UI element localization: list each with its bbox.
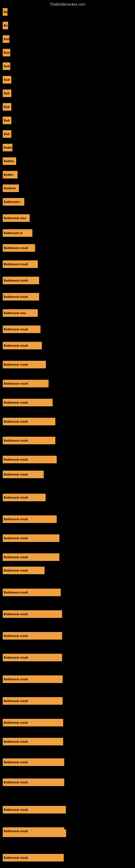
bar-item-1: Bo — [3, 8, 8, 16]
bar-item-24: Bottleneck result — [3, 342, 42, 349]
bar-label-22: Bottleneck resu — [4, 311, 26, 315]
bar-item-38: Bottleneck result — [3, 610, 62, 618]
bar-item-35: Bottleneck result — [3, 553, 59, 561]
bar-label-47: Bottleneck result — [4, 808, 28, 811]
bar-item-47: Bottleneck result — [3, 806, 66, 813]
bar-item-31: Bottleneck result — [3, 471, 44, 478]
bar-item-44: Bottleneck result — [3, 738, 63, 745]
bar-label-34: Bottleneck result — [4, 536, 28, 540]
bar-item-50: Bottleneck result — [3, 827, 64, 835]
site-title: TheBottlenecker.com — [0, 0, 135, 8]
bar-item-36: Bottleneck result — [3, 567, 45, 574]
bar-label-38: Bottleneck result — [4, 613, 28, 616]
bar-label-17: Bottleneck re — [4, 231, 23, 235]
bar-item-28: Bottleneck result — [3, 418, 55, 425]
bar-label-20: Bottleneck result — [4, 279, 28, 282]
bar-item-46: Bottleneck result — [3, 778, 64, 786]
bar-label-12: Bottlen — [4, 159, 14, 163]
bar-item-29: Bottleneck result — [3, 437, 55, 444]
bar-label-41: Bottleneck result — [4, 678, 28, 681]
bar-item-37: Bottleneck result — [3, 589, 61, 596]
bar-label-27: Bottleneck result — [4, 401, 28, 404]
bar-label-39: Bottleneck result — [4, 634, 28, 638]
bar-label-37: Bottleneck result — [4, 591, 28, 594]
bar-item-18: Bottleneck result — [3, 244, 35, 252]
bar-item-27: Bottleneck result — [3, 399, 53, 406]
bar-label-7: Bott — [4, 92, 10, 95]
bar-item-6: Bott — [3, 76, 11, 84]
bar-item-19: Bottleneck result — [3, 260, 38, 268]
bar-label-40: Bottleneck result — [4, 656, 28, 659]
bar-item-32: Bottleneck result — [3, 494, 46, 501]
bar-item-12: Bottlen — [3, 157, 16, 165]
bar-item-41: Bottleneck result — [3, 675, 63, 683]
bar-item-49: Bottleneck result — [3, 854, 64, 862]
bar-label-28: Bottleneck result — [4, 420, 28, 423]
bar-label-43: Bottleneck result — [4, 721, 28, 724]
bar-item-34: Bottleneck result — [3, 534, 59, 542]
bar-item-7: Bott — [3, 90, 11, 97]
bar-label-16: Bottleneck resu — [4, 216, 26, 220]
bar-item-11: Bottle — [3, 144, 12, 151]
bar-item-17: Bottleneck re — [3, 229, 32, 237]
bar-item-16: Bottleneck resu — [3, 214, 30, 222]
bar-item-39: Bottleneck result — [3, 632, 62, 640]
bar-label-45: Bottleneck result — [4, 761, 28, 764]
bar-item-3: Bott — [3, 35, 9, 43]
bar-item-20: Bottleneck result — [3, 277, 39, 284]
bar-label-15: Bottleneck r — [4, 200, 21, 204]
bar-label-26: Bottleneck result — [4, 382, 28, 385]
bar-label-21: Bottleneck result — [4, 295, 28, 299]
bar-label-32: Bottleneck result — [4, 496, 28, 499]
bar-label-42: Bottleneck result — [4, 699, 28, 703]
bar-label-19: Bottleneck result — [4, 262, 28, 266]
bar-label-1: Bo — [4, 10, 8, 13]
bar-label-44: Bottleneck result — [4, 740, 28, 743]
bar-item-2: Bo — [3, 22, 8, 29]
bar-item-26: Bottleneck result — [3, 380, 49, 388]
bar-item-15: Bottleneck r — [3, 198, 24, 206]
bar-item-10: Bott — [3, 130, 11, 138]
bar-item-30: Bottleneck result — [3, 456, 57, 463]
bar-label-5: Bott — [4, 65, 10, 68]
bar-label-6: Bott — [4, 78, 10, 82]
bar-item-45: Bottleneck result — [3, 758, 64, 766]
bar-label-36: Bottleneck result — [4, 569, 28, 572]
bar-item-5: Bott — [3, 62, 10, 70]
bar-label-4: Bott — [4, 51, 10, 54]
bar-item-25: Bottleneck result — [3, 361, 46, 368]
bar-label-31: Bottleneck result — [4, 473, 28, 476]
bar-label-10: Bott — [4, 132, 10, 135]
bar-item-22: Bottleneck resu — [3, 309, 38, 317]
bar-label-30: Bottleneck result — [4, 458, 28, 461]
bar-item-33: Bottleneck result — [3, 516, 57, 523]
bar-item-42: Bottleneck result — [3, 697, 63, 705]
bar-item-40: Bottleneck result — [3, 654, 62, 661]
bar-label-14: Bottlenk — [4, 187, 16, 190]
bar-label-11: Bottle — [4, 146, 12, 149]
bar-label-3: Bott — [4, 37, 9, 41]
bar-label-35: Bottleneck result — [4, 556, 28, 559]
bar-item-14: Bottlenk — [3, 184, 19, 192]
bar-label-9: Bott — [4, 119, 10, 122]
bar-label-29: Bottleneck result — [4, 439, 28, 442]
bar-item-21: Bottleneck result — [3, 293, 39, 301]
bar-label-24: Bottleneck result — [4, 344, 28, 347]
bar-label-8: Bott — [4, 105, 10, 108]
bar-item-4: Bott — [3, 49, 10, 56]
bar-label-46: Bottleneck result — [4, 781, 28, 784]
bar-item-43: Bottleneck result — [3, 719, 63, 726]
bar-label-33: Bottleneck result — [4, 518, 28, 521]
bar-item-8: Bott — [3, 103, 11, 111]
bar-label-50: Bottleneck result — [4, 830, 28, 833]
bar-label-2: Bo — [4, 24, 8, 27]
bar-label-13: Bottler — [4, 173, 13, 176]
bar-label-23: Bottleneck result — [4, 328, 28, 331]
bar-item-9: Bott — [3, 117, 11, 124]
bar-label-49: Bottleneck result — [4, 856, 28, 859]
bar-label-25: Bottleneck result — [4, 363, 28, 366]
bar-label-18: Bottleneck result — [4, 246, 28, 250]
bar-item-23: Bottleneck result — [3, 326, 41, 333]
bar-item-13: Bottler — [3, 171, 17, 179]
